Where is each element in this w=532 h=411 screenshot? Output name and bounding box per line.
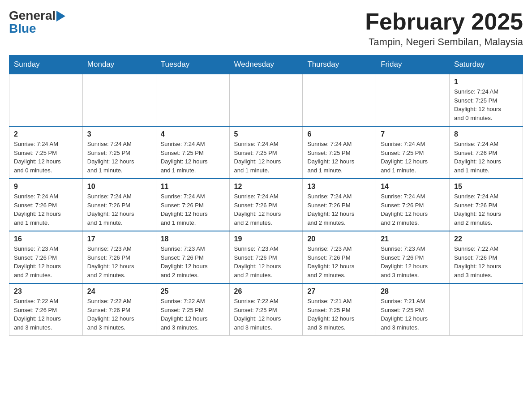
day-info: Sunrise: 7:24 AM Sunset: 7:26 PM Dayligh… — [161, 192, 225, 227]
logo-arrow-icon — [56, 10, 67, 22]
day-number: 5 — [234, 130, 298, 138]
calendar-cell — [303, 74, 376, 126]
day-info: Sunrise: 7:24 AM Sunset: 7:26 PM Dayligh… — [454, 192, 518, 227]
logo-general-text: General — [9, 9, 56, 22]
calendar-cell: 22Sunrise: 7:22 AM Sunset: 7:26 PM Dayli… — [450, 231, 523, 283]
calendar-cell: 11Sunrise: 7:24 AM Sunset: 7:26 PM Dayli… — [156, 179, 229, 231]
calendar-header-row: SundayMondayTuesdayWednesdayThursdayFrid… — [9, 56, 523, 74]
calendar-cell: 9Sunrise: 7:24 AM Sunset: 7:26 PM Daylig… — [9, 179, 83, 231]
calendar-cell: 5Sunrise: 7:24 AM Sunset: 7:25 PM Daylig… — [229, 126, 303, 179]
calendar-cell: 6Sunrise: 7:24 AM Sunset: 7:25 PM Daylig… — [303, 126, 376, 179]
day-number: 8 — [454, 130, 518, 138]
day-info: Sunrise: 7:23 AM Sunset: 7:26 PM Dayligh… — [161, 244, 225, 279]
day-number: 15 — [454, 183, 518, 191]
day-info: Sunrise: 7:23 AM Sunset: 7:26 PM Dayligh… — [381, 244, 445, 279]
column-header-wednesday: Wednesday — [229, 56, 303, 74]
day-info: Sunrise: 7:23 AM Sunset: 7:26 PM Dayligh… — [87, 244, 151, 279]
calendar-cell: 17Sunrise: 7:23 AM Sunset: 7:26 PM Dayli… — [82, 231, 156, 283]
location: Tampin, Negeri Sembilan, Malaysia — [365, 36, 523, 48]
day-number: 19 — [234, 235, 298, 243]
day-info: Sunrise: 7:22 AM Sunset: 7:26 PM Dayligh… — [87, 297, 151, 332]
day-info: Sunrise: 7:24 AM Sunset: 7:26 PM Dayligh… — [381, 192, 445, 227]
month-title: February 2025 — [365, 9, 523, 34]
calendar-cell: 1Sunrise: 7:24 AM Sunset: 7:25 PM Daylig… — [450, 74, 523, 126]
calendar-cell: 13Sunrise: 7:24 AM Sunset: 7:26 PM Dayli… — [303, 179, 376, 231]
calendar-cell: 10Sunrise: 7:24 AM Sunset: 7:26 PM Dayli… — [82, 179, 156, 231]
logo: General Blue — [9, 9, 67, 35]
day-info: Sunrise: 7:24 AM Sunset: 7:26 PM Dayligh… — [234, 192, 298, 227]
logo-blue-text: Blue — [9, 22, 36, 35]
day-info: Sunrise: 7:21 AM Sunset: 7:25 PM Dayligh… — [381, 297, 445, 332]
calendar-cell: 3Sunrise: 7:24 AM Sunset: 7:25 PM Daylig… — [82, 126, 156, 179]
day-number: 3 — [87, 130, 151, 138]
day-number: 7 — [381, 130, 445, 138]
calendar-cell: 23Sunrise: 7:22 AM Sunset: 7:26 PM Dayli… — [9, 283, 83, 336]
calendar-cell: 21Sunrise: 7:23 AM Sunset: 7:26 PM Dayli… — [376, 231, 450, 283]
calendar-cell: 19Sunrise: 7:23 AM Sunset: 7:26 PM Dayli… — [229, 231, 303, 283]
calendar-cell: 16Sunrise: 7:23 AM Sunset: 7:26 PM Dayli… — [9, 231, 83, 283]
day-info: Sunrise: 7:24 AM Sunset: 7:25 PM Dayligh… — [307, 140, 371, 175]
day-info: Sunrise: 7:24 AM Sunset: 7:26 PM Dayligh… — [454, 140, 518, 175]
calendar-cell: 14Sunrise: 7:24 AM Sunset: 7:26 PM Dayli… — [376, 179, 450, 231]
calendar-week-row: 2Sunrise: 7:24 AM Sunset: 7:25 PM Daylig… — [9, 126, 523, 179]
day-info: Sunrise: 7:23 AM Sunset: 7:26 PM Dayligh… — [14, 244, 78, 279]
day-number: 14 — [381, 183, 445, 191]
calendar-cell: 28Sunrise: 7:21 AM Sunset: 7:25 PM Dayli… — [376, 283, 450, 336]
day-number: 9 — [14, 183, 78, 191]
calendar-cell — [229, 74, 303, 126]
day-info: Sunrise: 7:22 AM Sunset: 7:25 PM Dayligh… — [234, 297, 298, 332]
day-info: Sunrise: 7:23 AM Sunset: 7:26 PM Dayligh… — [234, 244, 298, 279]
column-header-monday: Monday — [82, 56, 156, 74]
calendar-cell: 25Sunrise: 7:22 AM Sunset: 7:25 PM Dayli… — [156, 283, 229, 336]
day-number: 1 — [454, 78, 518, 86]
day-info: Sunrise: 7:24 AM Sunset: 7:26 PM Dayligh… — [14, 192, 78, 227]
calendar-cell: 27Sunrise: 7:21 AM Sunset: 7:25 PM Dayli… — [303, 283, 376, 336]
column-header-friday: Friday — [376, 56, 450, 74]
svg-marker-0 — [56, 11, 65, 21]
day-number: 28 — [381, 287, 445, 295]
calendar-cell: 18Sunrise: 7:23 AM Sunset: 7:26 PM Dayli… — [156, 231, 229, 283]
day-number: 4 — [161, 130, 225, 138]
column-header-thursday: Thursday — [303, 56, 376, 74]
day-number: 27 — [307, 287, 371, 295]
day-number: 23 — [14, 287, 78, 295]
calendar-cell: 2Sunrise: 7:24 AM Sunset: 7:25 PM Daylig… — [9, 126, 83, 179]
calendar-cell: 20Sunrise: 7:23 AM Sunset: 7:26 PM Dayli… — [303, 231, 376, 283]
day-info: Sunrise: 7:24 AM Sunset: 7:25 PM Dayligh… — [234, 140, 298, 175]
day-number: 24 — [87, 287, 151, 295]
calendar-cell: 24Sunrise: 7:22 AM Sunset: 7:26 PM Dayli… — [82, 283, 156, 336]
day-info: Sunrise: 7:21 AM Sunset: 7:25 PM Dayligh… — [307, 297, 371, 332]
day-number: 22 — [454, 235, 518, 243]
day-number: 12 — [234, 183, 298, 191]
day-info: Sunrise: 7:24 AM Sunset: 7:26 PM Dayligh… — [87, 192, 151, 227]
day-number: 11 — [161, 183, 225, 191]
day-number: 17 — [87, 235, 151, 243]
title-block: February 2025 Tampin, Negeri Sembilan, M… — [365, 9, 523, 48]
day-number: 2 — [14, 130, 78, 138]
day-info: Sunrise: 7:24 AM Sunset: 7:25 PM Dayligh… — [14, 140, 78, 175]
calendar-cell — [9, 74, 83, 126]
day-number: 6 — [307, 130, 371, 138]
day-number: 25 — [161, 287, 225, 295]
calendar-week-row: 16Sunrise: 7:23 AM Sunset: 7:26 PM Dayli… — [9, 231, 523, 283]
calendar-cell: 7Sunrise: 7:24 AM Sunset: 7:25 PM Daylig… — [376, 126, 450, 179]
day-info: Sunrise: 7:23 AM Sunset: 7:26 PM Dayligh… — [307, 244, 371, 279]
column-header-sunday: Sunday — [9, 56, 83, 74]
day-info: Sunrise: 7:24 AM Sunset: 7:25 PM Dayligh… — [454, 87, 518, 122]
day-info: Sunrise: 7:24 AM Sunset: 7:25 PM Dayligh… — [381, 140, 445, 175]
day-info: Sunrise: 7:24 AM Sunset: 7:26 PM Dayligh… — [307, 192, 371, 227]
calendar-cell — [450, 283, 523, 336]
page-header: General Blue February 2025 Tampin, Neger… — [9, 9, 523, 48]
calendar-cell: 4Sunrise: 7:24 AM Sunset: 7:25 PM Daylig… — [156, 126, 229, 179]
calendar-cell — [156, 74, 229, 126]
calendar-cell: 15Sunrise: 7:24 AM Sunset: 7:26 PM Dayli… — [450, 179, 523, 231]
day-number: 10 — [87, 183, 151, 191]
day-info: Sunrise: 7:22 AM Sunset: 7:25 PM Dayligh… — [161, 297, 225, 332]
day-info: Sunrise: 7:24 AM Sunset: 7:25 PM Dayligh… — [87, 140, 151, 175]
calendar-cell: 8Sunrise: 7:24 AM Sunset: 7:26 PM Daylig… — [450, 126, 523, 179]
calendar-cell — [376, 74, 450, 126]
day-number: 21 — [381, 235, 445, 243]
calendar-week-row: 1Sunrise: 7:24 AM Sunset: 7:25 PM Daylig… — [9, 74, 523, 126]
day-number: 26 — [234, 287, 298, 295]
day-info: Sunrise: 7:24 AM Sunset: 7:25 PM Dayligh… — [161, 140, 225, 175]
